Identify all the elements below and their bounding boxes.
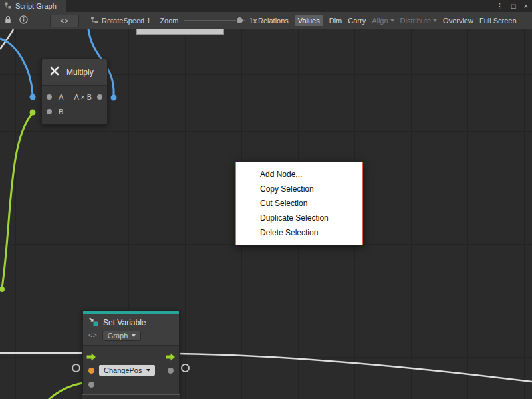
input-port-b[interactable] [47, 109, 52, 114]
distribute-label: Distribute [400, 17, 431, 25]
align-label: Align [372, 17, 388, 25]
tab-title: Script Graph [15, 2, 57, 10]
carry-button[interactable]: Carry [348, 17, 366, 25]
node-set-variable-body: ChangePos [83, 348, 179, 391]
value-output-port[interactable] [168, 368, 174, 374]
port-row-a: A A × B [42, 90, 107, 104]
chevron-down-icon [433, 19, 437, 22]
align-button[interactable]: Align [372, 17, 394, 25]
breadcrumb[interactable]: RotateSpeed 1 [102, 17, 150, 25]
set-variable-icon [88, 317, 98, 329]
chevron-down-icon [146, 369, 150, 372]
node-lower-section [82, 394, 180, 399]
input-port-a[interactable] [47, 94, 52, 100]
port-label-output: A × B [74, 93, 92, 101]
distribute-button[interactable]: Distribute [400, 17, 437, 25]
port-label-a: A [59, 93, 63, 101]
variable-name-dropdown[interactable]: ChangePos [99, 365, 155, 376]
code-icon: <> [88, 332, 98, 339]
close-icon[interactable]: × [524, 2, 528, 10]
variable-scope-dropdown[interactable]: Graph [102, 331, 142, 341]
overview-button[interactable]: Overview [443, 17, 473, 25]
breadcrumb-graph-icon [90, 15, 98, 27]
menu-item-cut-selection[interactable]: Cut Selection [236, 196, 362, 211]
clipped-node-edge[interactable] [136, 29, 224, 35]
node-title: Multiply [66, 68, 94, 77]
port-label-b: B [59, 108, 63, 116]
graph-toolbar: <> RotateSpeed 1 Zoom 1x Relations Value… [0, 12, 532, 29]
menu-item-duplicate-selection[interactable]: Duplicate Selection [236, 211, 362, 225]
menu-item-copy-selection[interactable]: Copy Selection [236, 182, 362, 196]
edit-source-button[interactable]: <> [50, 15, 79, 27]
lock-icon[interactable] [4, 15, 12, 27]
node-multiply-body: A A × B B [42, 86, 107, 124]
node-set-variable[interactable]: Set Variable <> Graph [82, 310, 180, 399]
zoom-slider[interactable] [184, 14, 245, 27]
node-multiply-header[interactable]: Multiply [42, 59, 107, 86]
port-row-b: B [42, 104, 107, 119]
zoom-label: Zoom [160, 17, 178, 25]
menu-item-add-node[interactable]: Add Node... [236, 167, 362, 182]
relations-button[interactable]: Relations [258, 17, 289, 25]
port-ring-left[interactable] [72, 364, 80, 372]
script-graph-icon [4, 1, 12, 11]
flow-input-port[interactable] [86, 352, 96, 364]
node-multiply[interactable]: Multiply A A × B B [41, 59, 108, 125]
flow-output-port[interactable] [166, 352, 176, 364]
info-icon[interactable] [19, 15, 28, 27]
chevron-down-icon [132, 334, 136, 337]
zoom-slider-knob[interactable] [236, 17, 243, 24]
zoom-value: 1x [249, 17, 257, 25]
full-screen-button[interactable]: Full Screen [479, 17, 517, 25]
node-set-variable-header[interactable]: Set Variable <> Graph [83, 314, 179, 346]
variable-scope-label: Graph [108, 332, 128, 340]
secondary-input-port[interactable] [88, 382, 94, 388]
value-input-port[interactable] [88, 368, 94, 374]
menu-item-delete-selection[interactable]: Delete Selection [236, 225, 362, 240]
dim-button[interactable]: Dim [329, 17, 342, 25]
chevron-down-icon [390, 19, 394, 22]
tab-script-graph[interactable]: Script Graph [0, 0, 66, 12]
variable-name-label: ChangePos [104, 366, 142, 374]
context-menu: Add Node... Copy Selection Cut Selection… [235, 162, 363, 245]
script-graph-window: Multiply A A × B B [0, 0, 532, 399]
values-button[interactable]: Values [295, 15, 323, 26]
node-title: Set Variable [103, 318, 146, 327]
title-bar: Script Graph ⋮ □ × [0, 0, 532, 12]
window-menu-icon[interactable]: ⋮ [496, 2, 503, 11]
multiply-icon [49, 65, 61, 80]
port-ring-right[interactable] [181, 364, 190, 372]
maximize-icon[interactable]: □ [511, 2, 516, 10]
output-port[interactable] [97, 94, 102, 100]
